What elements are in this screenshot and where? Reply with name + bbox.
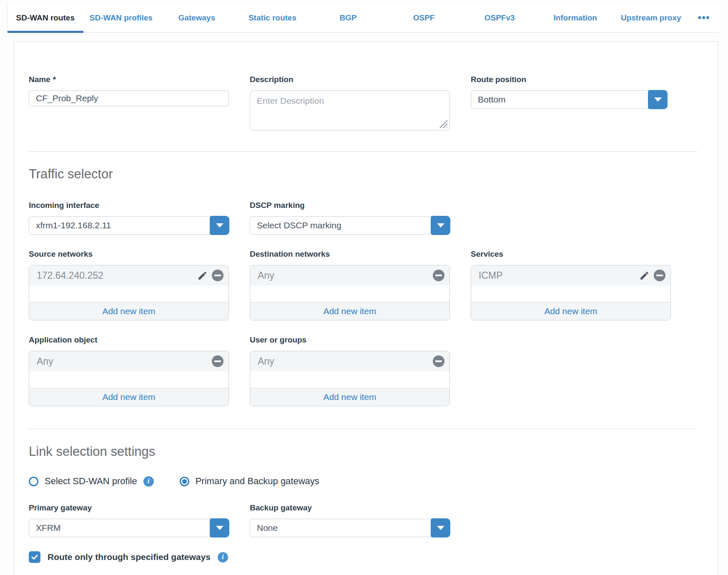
list-item-actions — [433, 270, 444, 281]
listbox-empty-area — [29, 371, 228, 388]
incoming-interface-field-group: Incoming interface xfrm1-192.168.2.11 — [29, 201, 229, 235]
incoming-interface-label-text: Incoming interface — [29, 201, 99, 210]
primary-gateway-field-group: Primary gateway XFRM — [29, 503, 229, 537]
primary-gateway-value: XFRM — [36, 523, 61, 533]
services-listbox: ICMP Add new item — [471, 265, 671, 320]
edit-icon[interactable] — [638, 270, 650, 281]
tab-sdwan-routes[interactable]: SD-WAN routes — [8, 3, 83, 32]
add-new-item-button[interactable]: Add new item — [250, 302, 449, 320]
listbox-empty-area — [250, 285, 449, 302]
primary-gateway-select[interactable]: XFRM — [29, 519, 229, 537]
destination-networks-label: Destination networks — [250, 250, 450, 259]
sdwan-route-form-panel: Name * Description Route position Bottom — [14, 41, 718, 575]
list-item-actions — [196, 270, 223, 281]
remove-icon[interactable] — [212, 270, 223, 281]
backup-gateway-select[interactable]: None — [250, 519, 450, 537]
general-fields-row: Name * Description Route position Bottom — [29, 75, 698, 132]
incoming-interface-select[interactable]: xfrm1-192.168.2.11 — [29, 216, 229, 235]
networks-services-row: Source networks 172.64.240.252 Add new i… — [29, 250, 698, 320]
list-item: Any — [250, 265, 449, 285]
dscp-marking-label: DSCP marking — [250, 201, 450, 210]
application-object-label: Application object — [29, 335, 229, 345]
list-item-value: 172.64.240.252 — [37, 270, 196, 281]
tab-information[interactable]: Information — [537, 3, 613, 32]
remove-icon[interactable] — [654, 270, 665, 281]
chevron-down-icon — [216, 223, 223, 228]
add-new-item-button[interactable]: Add new item — [471, 302, 670, 320]
checkbox-checked-icon[interactable] — [29, 551, 40, 563]
list-item-value: Any — [258, 356, 433, 367]
backup-gateway-value: None — [257, 523, 278, 533]
tab-static-routes[interactable]: Static routes — [235, 3, 311, 32]
incoming-interface-value: xfrm1-192.168.2.11 — [36, 220, 111, 230]
description-textarea[interactable] — [250, 90, 450, 130]
dscp-marking-field-group: DSCP marking Select DSCP marking — [250, 201, 450, 235]
tab-bgp[interactable]: BGP — [310, 3, 386, 32]
radio-label: Primary and Backup gateways — [196, 476, 319, 487]
remove-icon[interactable] — [433, 270, 444, 281]
add-new-item-button[interactable]: Add new item — [29, 388, 228, 406]
add-new-item-button[interactable]: Add new item — [250, 388, 449, 406]
info-icon[interactable]: i — [143, 476, 154, 487]
name-field-group: Name * — [29, 75, 229, 132]
services-label-text: Services — [471, 250, 503, 259]
primary-gateway-label: Primary gateway — [29, 503, 229, 512]
remove-icon[interactable] — [212, 355, 223, 367]
user-or-groups-field-group: User or groups Any Add new item — [250, 335, 450, 406]
source-networks-label: Source networks — [29, 250, 229, 259]
name-label: Name * — [29, 75, 229, 84]
user-or-groups-label-text: User or groups — [250, 335, 306, 345]
chevron-down-icon — [437, 526, 444, 530]
route-position-dropdown-button[interactable] — [648, 90, 668, 109]
tab-upstream-proxy[interactable]: Upstream proxy — [613, 3, 689, 32]
radio-primary-backup-gateways[interactable]: Primary and Backup gateways — [180, 476, 319, 487]
dscp-marking-dropdown-button[interactable] — [431, 216, 450, 235]
description-label-text: Description — [250, 75, 294, 84]
source-networks-listbox: 172.64.240.252 Add new item — [29, 265, 229, 320]
interface-dscp-row: Incoming interface xfrm1-192.168.2.11 DS… — [29, 201, 698, 235]
more-tabs-icon[interactable]: ••• — [689, 3, 719, 32]
destination-networks-field-group: Destination networks Any Add new item — [250, 250, 450, 320]
application-object-field-group: Application object Any Add new item — [29, 335, 229, 406]
link-selection-heading: Link selection settings — [29, 444, 698, 459]
radio-select-sdwan-profile[interactable]: Select SD-WAN profile i — [29, 476, 154, 487]
route-only-checkbox-label: Route only through specified gateways — [48, 552, 211, 562]
listbox-empty-area — [471, 285, 670, 302]
list-item-actions — [433, 355, 444, 367]
primary-gateway-dropdown-button[interactable] — [210, 518, 229, 538]
backup-gateway-label: Backup gateway — [250, 503, 450, 512]
list-item-value: Any — [37, 356, 212, 367]
incoming-interface-dropdown-button[interactable] — [210, 216, 229, 235]
route-position-field-group: Route position Bottom — [471, 75, 667, 132]
radio-unselected-icon[interactable] — [29, 477, 38, 486]
list-item: Any — [29, 351, 228, 371]
edit-icon[interactable] — [196, 270, 208, 281]
radio-selected-icon[interactable] — [180, 477, 189, 486]
dscp-marking-select[interactable]: Select DSCP marking — [250, 216, 450, 235]
tab-ospf[interactable]: OSPF — [386, 3, 462, 32]
incoming-interface-label: Incoming interface — [29, 201, 229, 210]
radio-label: Select SD-WAN profile — [45, 476, 137, 487]
remove-icon[interactable] — [433, 355, 444, 367]
section-divider — [29, 429, 698, 429]
application-users-row: Application object Any Add new item User… — [29, 335, 698, 406]
list-item: 172.64.240.252 — [29, 265, 228, 285]
gateways-row: Primary gateway XFRM Backup gateway None — [29, 503, 698, 537]
backup-gateway-dropdown-button[interactable] — [431, 518, 450, 538]
route-position-label: Route position — [471, 75, 667, 84]
info-icon[interactable]: i — [218, 552, 228, 562]
listbox-empty-area — [250, 371, 449, 388]
tab-ospfv3[interactable]: OSPFv3 — [462, 3, 537, 32]
list-item-actions — [638, 270, 665, 281]
services-label: Services — [471, 250, 671, 259]
route-position-select[interactable]: Bottom — [471, 90, 667, 109]
list-item: ICMP — [471, 265, 670, 285]
chevron-down-icon — [216, 526, 223, 530]
chevron-down-icon — [437, 223, 444, 228]
application-object-label-text: Application object — [29, 335, 98, 345]
add-new-item-button[interactable]: Add new item — [29, 302, 228, 320]
name-input[interactable] — [29, 90, 229, 106]
tab-gateways[interactable]: Gateways — [159, 3, 235, 32]
tab-sdwan-profiles[interactable]: SD-WAN profiles — [83, 3, 159, 32]
required-asterisk: * — [53, 75, 56, 84]
